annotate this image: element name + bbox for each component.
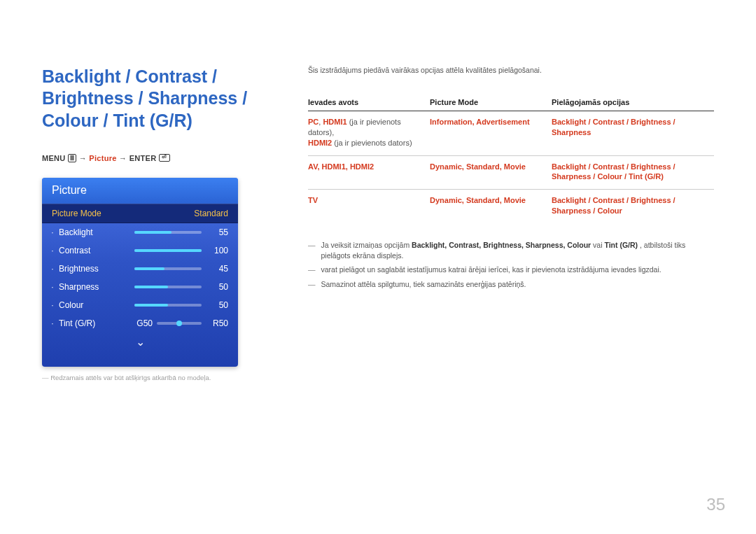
opt-row1-l1: Backlight / Contrast / Brightness /: [552, 118, 676, 126]
note3: Samazinot attēla spilgtumu, tiek samazin…: [321, 279, 526, 290]
intro-text: Šis izstrādājums piedāvā vairākas opcija…: [308, 66, 714, 74]
osd-backlight-row[interactable]: ·Backlight55: [42, 223, 238, 241]
osd-picture-mode-row[interactable]: Picture Mode Standard: [42, 204, 238, 223]
osd-slider-label: Contrast: [59, 246, 109, 255]
opt-row3-l2: Sharpness / Colour: [552, 206, 622, 215]
list-item: ― Ja veiksit izmaiņas opcijām Backlight,…: [308, 240, 714, 260]
dot-icon: ·: [49, 227, 56, 237]
arrow-1: →: [79, 154, 90, 162]
osd-slider-value: 45: [204, 264, 228, 274]
osd-slider-label: Sharpness: [59, 282, 109, 292]
osd-tint-row[interactable]: · Tint (G/R) G50 R50: [42, 314, 238, 332]
osd-panel: Picture Picture Mode Standard ·Backlight…: [42, 178, 238, 367]
enter-label: ENTER: [130, 154, 157, 162]
dot-icon: ·: [49, 264, 56, 274]
opt-row2-l1: Backlight / Contrast / Brightness /: [552, 162, 676, 171]
notes-list: ― Ja veiksit izmaiņas opcijām Backlight,…: [308, 240, 714, 290]
mode-row3: Dynamic, Standard, Movie: [430, 196, 526, 204]
menu-icon: Ⅲ: [68, 154, 76, 162]
page-title: Backlight / Contrast / Brightness / Shar…: [42, 66, 280, 132]
src-tail2: (ja ir pievienots dators): [334, 139, 412, 147]
table-row: AV, HDMI1, HDMI2 Dynamic, Standard, Movi…: [308, 155, 714, 190]
src-row3: TV: [308, 196, 318, 204]
dot-icon: ·: [49, 282, 56, 292]
dot-icon: ·: [49, 246, 56, 255]
chevron-down-icon[interactable]: ⌄: [42, 335, 238, 349]
osd-slider-fill: [134, 267, 164, 270]
note1-mid: vai: [593, 241, 604, 249]
note1-terms: Backlight, Contrast, Brightness, Sharpne…: [412, 241, 591, 249]
th-options: Pielāgojamās opcijas: [552, 98, 714, 111]
osd-slider-bar[interactable]: [134, 286, 202, 288]
osd-slider-bar[interactable]: [134, 267, 202, 270]
menu-path: MENU Ⅲ → Picture → ENTER: [42, 154, 280, 162]
note2: varat pielāgot un saglabāt iestatījumus …: [321, 265, 662, 275]
osd-slider-label: Colour: [59, 300, 109, 310]
osd-slider-value: 55: [204, 227, 228, 237]
menu-path-picture: Picture: [89, 154, 116, 162]
menu-label: MENU: [42, 154, 66, 162]
osd-tint-g: G50: [133, 318, 153, 328]
osd-tint-label: Tint (G/R): [59, 318, 109, 328]
dash-icon: ―: [308, 265, 316, 275]
osd-slider-fill: [134, 304, 168, 307]
osd-slider-fill: [134, 249, 202, 252]
osd-slider-value: 50: [204, 282, 228, 292]
osd-colour-row[interactable]: ·Colour50: [42, 296, 238, 314]
osd-header: Picture: [42, 178, 238, 204]
src-pc: PC: [308, 118, 318, 126]
osd-sharpness-row[interactable]: ·Sharpness50: [42, 278, 238, 296]
opt-row3-l1: Backlight / Contrast / Brightness /: [552, 196, 676, 204]
osd-tint-marker: [176, 321, 182, 326]
osd-slider-fill: [134, 286, 168, 288]
src-hdmi1: HDMI1: [323, 118, 346, 126]
dot-icon: ·: [49, 300, 56, 310]
osd-footnote: Redzamais attēls var būt atšķirīgs atkar…: [42, 374, 280, 381]
page-number: 35: [706, 495, 725, 514]
osd-slider-label: Brightness: [59, 264, 109, 274]
osd-slider-value: 100: [204, 246, 228, 255]
table-row: PC, HDMI1 (ja ir pievienots dators), HDM…: [308, 111, 714, 156]
osd-slider-fill: [134, 231, 172, 234]
list-item: ― varat pielāgot un saglabāt iestatījumu…: [308, 265, 714, 275]
opt-row1-l2: Sharpness: [552, 128, 591, 136]
enter-icon: [159, 154, 170, 162]
note1-pre: Ja veiksit izmaiņas opcijām: [321, 241, 412, 249]
osd-contrast-row[interactable]: ·Contrast100: [42, 241, 238, 260]
osd-tint-bar[interactable]: [157, 322, 202, 325]
osd-slider-bar[interactable]: [134, 231, 202, 234]
osd-picture-mode-label: Picture Mode: [52, 209, 102, 218]
opt-row2-l2: Sharpness / Colour / Tint (G/R): [552, 172, 664, 181]
dot-icon: ·: [49, 318, 56, 328]
table-row: TV Dynamic, Standard, Movie Backlight / …: [308, 190, 714, 223]
dash-icon: ―: [308, 279, 316, 290]
th-mode: Picture Mode: [430, 98, 552, 111]
osd-picture-mode-value: Standard: [194, 209, 228, 218]
options-table: Ievades avots Picture Mode Pielāgojamās …: [308, 98, 714, 223]
osd-slider-bar[interactable]: [134, 249, 202, 252]
osd-brightness-row[interactable]: ·Brightness45: [42, 260, 238, 278]
osd-slider-label: Backlight: [59, 227, 109, 237]
list-item: ― Samazinot attēla spilgtumu, tiek samaz…: [308, 279, 714, 290]
mode-row1: Information, Advertisement: [430, 118, 530, 126]
src-row2: AV, HDMI1, HDMI2: [308, 162, 374, 171]
arrow-2: →: [119, 154, 130, 162]
src-hdmi2: HDMI2: [308, 139, 332, 147]
th-source: Ievades avots: [308, 98, 430, 111]
dash-icon: ―: [308, 240, 316, 260]
osd-slider-value: 50: [204, 300, 228, 310]
osd-tint-r: R50: [204, 318, 228, 328]
note1-term2: Tint (G/R): [604, 241, 638, 249]
mode-row2: Dynamic, Standard, Movie: [430, 162, 526, 171]
osd-slider-bar[interactable]: [134, 304, 202, 307]
